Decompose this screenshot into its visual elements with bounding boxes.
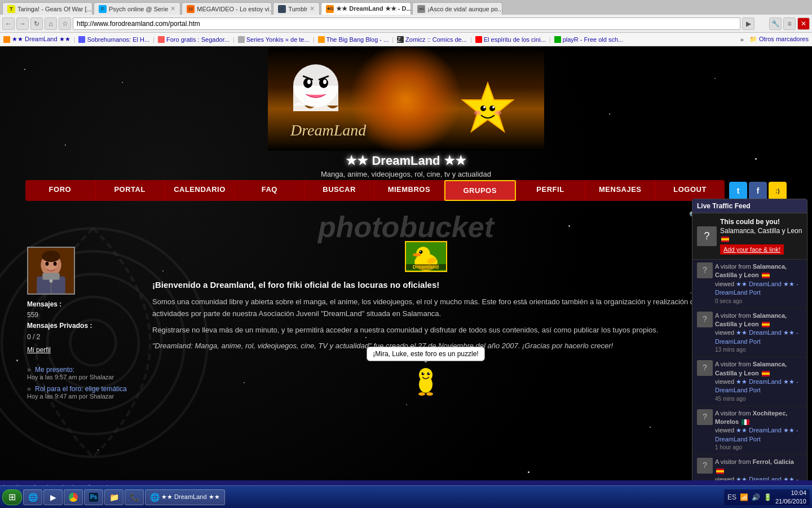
nav-mensajes[interactable]: MENSAJES xyxy=(585,180,655,201)
bookmark-foro[interactable]: Foro gratis : Segador... xyxy=(158,36,230,43)
bookmark-zomicz[interactable]: Z Zomicz :: Comics de... xyxy=(397,36,467,43)
taskbar-folder[interactable]: 📁 xyxy=(104,489,123,505)
tab-psych-icon: P xyxy=(99,5,107,13)
taskbar-dreamland-label: ★★ DreamLand ★★ xyxy=(161,493,220,501)
messages-label: Mensajes : xyxy=(27,300,61,308)
tray-volume-icon[interactable]: 🔊 xyxy=(752,493,760,501)
tray-battery-icon[interactable]: 🔋 xyxy=(764,493,772,501)
traffic-promo-avatar: ? xyxy=(697,226,717,246)
tray-language-icon[interactable]: ES xyxy=(727,493,736,501)
other-social-button[interactable]: :) xyxy=(769,182,787,200)
traffic-entry-4-avatar: ? xyxy=(697,458,713,474)
taskbar-dreamland-tab[interactable]: 🌐 ★★ DreamLand ★★ xyxy=(145,489,225,505)
nav-faq[interactable]: FAQ xyxy=(235,180,304,201)
traffic-entry-0: ? A visitor from Salamanca, Castilla y L… xyxy=(692,260,807,309)
tab-tumblr-icon: t xyxy=(278,5,286,13)
tray-network-icon[interactable]: 📶 xyxy=(740,493,748,501)
svg-point-26 xyxy=(45,262,48,266)
nav-portal[interactable]: PORTAL xyxy=(95,180,165,201)
page-content: DreamLand ★★ DreamLand ★★ Manga, anime, … xyxy=(0,46,812,494)
tab-taringa-icon: T xyxy=(7,5,15,13)
forward-button[interactable]: → xyxy=(16,17,29,30)
bookmark-dreamland[interactable]: ★★ DreamLand ★★ xyxy=(3,36,70,43)
nav-buscar[interactable]: BUSCAR xyxy=(304,180,374,201)
nav-grupos[interactable]: GRUPOS xyxy=(444,180,516,201)
traffic-entry-1: ? A visitor from Salamanca, Castilla y L… xyxy=(692,309,807,358)
tab-tumblr-close[interactable]: ✕ xyxy=(310,5,315,12)
tab-asco-icon: ad xyxy=(417,5,425,13)
taskbar-mediaplayer[interactable]: ▶ xyxy=(43,489,63,505)
traffic-promo-text: This could be you! Salamanca, Castilla y… xyxy=(720,218,802,255)
svg-point-44 xyxy=(426,392,433,396)
svg-point-10 xyxy=(323,80,326,84)
bookmark-foro-icon xyxy=(158,36,165,43)
mi-perfil-button[interactable]: Mi perfil xyxy=(27,346,51,354)
tab-psych-close[interactable]: ✕ xyxy=(170,5,175,12)
bookmark-bigbang[interactable]: The Big Bang Blog - ... xyxy=(318,36,389,43)
tab-megavideo-icon: M xyxy=(187,5,195,13)
home-button[interactable]: ⌂ xyxy=(45,17,57,30)
bookmark-bigbang-icon xyxy=(318,36,325,43)
bookmark-otros[interactable]: 📁 Otros marcadores xyxy=(749,36,809,43)
start-button[interactable]: ⊞ xyxy=(2,489,22,505)
bookmark-playr[interactable]: playR - Free old sch... xyxy=(554,36,624,43)
wrench-icon[interactable]: 🔧 xyxy=(769,17,782,30)
flag-0 xyxy=(762,273,770,278)
go-button[interactable]: ▶ xyxy=(742,17,754,30)
svg-point-19 xyxy=(495,111,501,115)
speech-text: ¡Mira, Luke, este foro es un puzzle! xyxy=(373,350,478,358)
taskbar-ie-icon[interactable]: 🌐 xyxy=(23,489,42,505)
svg-point-42 xyxy=(429,373,430,374)
svg-rect-25 xyxy=(42,273,59,280)
flag-2 xyxy=(762,371,770,376)
back-button[interactable]: ← xyxy=(2,17,15,30)
site-title: ★★ DreamLand ★★ xyxy=(0,154,812,168)
facebook-button[interactable]: f xyxy=(749,182,767,200)
bookmark-zomicz-icon: Z xyxy=(397,36,404,43)
taskbar-photoshop[interactable]: Ps xyxy=(84,489,103,505)
bookmark-sobrehumanos[interactable]: Sobrehumanos: El H... xyxy=(78,36,149,43)
traffic-entry-1-link[interactable]: ★★ DreamLand ★★ - DreamLand Port xyxy=(715,329,798,344)
add-face-button[interactable]: Add your face & link! xyxy=(720,244,784,255)
traffic-entry-3-time: 1 hour ago xyxy=(715,444,802,452)
tab-taringa[interactable]: T Taringa! - Gears Of War [... ✕ xyxy=(2,2,92,15)
traffic-entry-3-info: A visitor from Xochitepec, Morelos viewe… xyxy=(715,409,802,452)
twitter-button[interactable]: t xyxy=(729,182,747,200)
traffic-entry-2-link[interactable]: ★★ DreamLand ★★ - DreamLand Port xyxy=(715,378,798,393)
tab-psych[interactable]: P Psych online @ Serie ✕ xyxy=(94,2,180,15)
close-window-button[interactable]: ✕ xyxy=(797,17,810,30)
nav-calendario[interactable]: CALENDARIO xyxy=(165,180,235,201)
reload-button[interactable]: ↻ xyxy=(30,17,43,30)
traffic-entry-3-link[interactable]: ★★ DreamLand ★★ - DreamLand Port xyxy=(715,427,798,442)
nav-perfil[interactable]: PERFIL xyxy=(516,180,586,201)
taskbar-phone[interactable]: 📞 xyxy=(125,489,144,505)
bookmark-series[interactable]: Series Yonkis » de te... xyxy=(238,36,310,43)
tab-asco[interactable]: ad ¡Asco de vida! aunque po... ✕ xyxy=(412,2,502,15)
svg-point-40 xyxy=(427,373,430,375)
taskbar-chrome[interactable] xyxy=(64,489,83,505)
nav-logout[interactable]: LOGOUT xyxy=(655,180,725,201)
traffic-entry-0-link[interactable]: ★★ DreamLand ★★ - DreamLand Port xyxy=(715,281,798,296)
tab-megavideo-label: MEGAVIDEO - Lo estoy vi... xyxy=(197,6,272,12)
post-item-2: » Rol para el foro: elige temática Hoy a… xyxy=(27,385,145,400)
address-bar[interactable] xyxy=(73,17,740,30)
left-column: Mensajes : 559 Mensajes Privados : 0 / 2… xyxy=(27,247,145,404)
nav-miembros[interactable]: MIEMBROS xyxy=(374,180,444,201)
menu-button[interactable]: ≡ xyxy=(783,17,796,30)
svg-point-33 xyxy=(419,250,422,253)
traffic-widget-container: Live Traffic Feed ? This could be you! S… xyxy=(692,199,807,494)
tab-dreamland-label: ★★ DreamLand ★★ - D... xyxy=(336,5,411,12)
bookmark-espiritu[interactable]: El espíritu de los cini... xyxy=(475,36,546,43)
register-paragraph: Registrarse no lleva más de un minuto, y… xyxy=(152,325,699,336)
svg-point-34 xyxy=(420,251,421,252)
tab-megavideo[interactable]: M MEGAVIDEO - Lo estoy vi... ✕ xyxy=(182,2,272,15)
tab-tumblr[interactable]: t Tumblr ✕ xyxy=(273,2,320,15)
tab-dreamland[interactable]: ★D ★★ DreamLand ★★ - D... ✕ xyxy=(321,2,411,15)
svg-point-29 xyxy=(49,279,52,283)
nav-foro[interactable]: FORO xyxy=(25,180,95,201)
bookmark-star[interactable]: ☆ xyxy=(59,17,71,30)
live-traffic-widget: Live Traffic Feed ? This could be you! S… xyxy=(692,199,807,494)
post-link-1[interactable]: Me presento: xyxy=(35,366,74,374)
post-link-2[interactable]: Rol para el foro: elige temática xyxy=(35,385,127,393)
browser-window: T Taringa! - Gears Of War [... ✕ P Psych… xyxy=(0,0,812,46)
